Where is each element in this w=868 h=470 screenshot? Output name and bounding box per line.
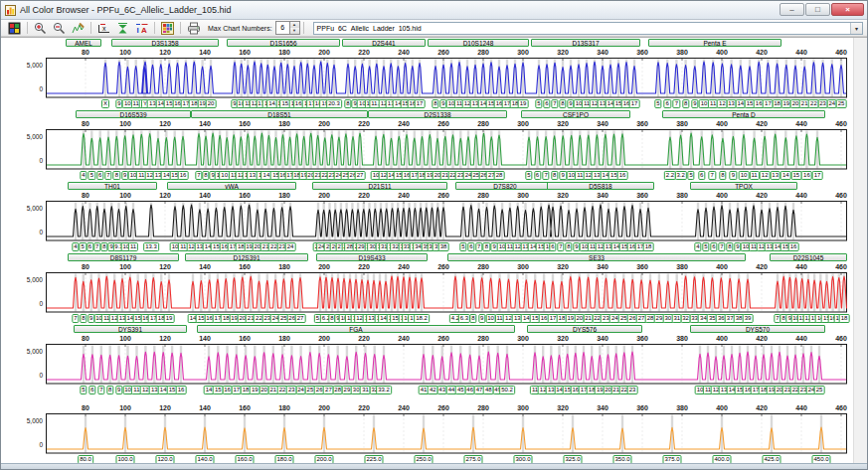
allele-label: 6 <box>87 242 93 251</box>
horizontal-scrollbar[interactable] <box>1 463 867 470</box>
combobox-dropdown-icon[interactable]: ▾ <box>850 23 862 34</box>
zoom-in-icon[interactable] <box>32 21 49 35</box>
axis-tick-label: 320 <box>557 49 569 56</box>
all-color-grid-icon[interactable] <box>6 21 23 35</box>
axis-tick-label: 180 <box>278 404 290 411</box>
allele-label: 375.0 <box>662 455 681 463</box>
axis-tick-label: 100 <box>119 335 131 342</box>
file-combobox[interactable]: PPFu_6C_Allelic_Ladder_105.hid ▾ <box>313 22 863 35</box>
allele-label: 7 <box>557 242 564 251</box>
axis-tick-label: 80 <box>82 192 89 199</box>
trace-blue[interactable] <box>1 58 862 98</box>
trace-orange[interactable] <box>1 413 862 454</box>
axis-tick-label: 300 <box>517 49 529 56</box>
allele-label: 11 <box>128 242 138 251</box>
axis-tick-label: 160 <box>239 263 251 270</box>
fit-vertical-icon[interactable] <box>114 21 131 35</box>
axis-tick-label: 80 <box>82 120 89 127</box>
axis-tick-label: 300 <box>517 263 529 270</box>
allele-label: 7 <box>718 242 725 251</box>
x-axis-tick-track: 8010012014016018020022024026028030032034… <box>1 119 862 129</box>
toolbar: x IA Max Chart Numbers: 6 ▲ ▼ PPFu_6C_Al… <box>1 20 867 37</box>
marker-header-D10S1248: D10S1248 <box>428 39 529 47</box>
axis-tick-label: 440 <box>795 263 807 270</box>
axis-tick-label: 240 <box>398 192 410 199</box>
minimize-button[interactable]: – <box>780 3 804 16</box>
y-axis-zero-label: 0 <box>3 85 43 92</box>
allele-label: 8 <box>682 99 689 108</box>
axis-tick-label: 80 <box>82 263 89 270</box>
allele-label: 6 <box>88 386 95 394</box>
app-icon <box>5 5 16 16</box>
axis-tick-label: 140 <box>199 263 211 270</box>
allele-label: 6 <box>543 99 550 108</box>
axis-tick-label: 140 <box>199 335 211 342</box>
allele-label: 50.2 <box>499 386 515 394</box>
allele-label: 5 <box>525 171 532 180</box>
allele-label: 140.0 <box>195 455 214 463</box>
marker-header-CSF1PO: CSF1PO <box>521 110 630 118</box>
axis-tick-label: 460 <box>835 120 847 127</box>
allele-label: 25 <box>814 386 825 394</box>
x-axis-scale-icon[interactable]: x <box>95 21 112 35</box>
axis-tick-label: 260 <box>437 49 449 56</box>
axis-tick-label: 440 <box>795 404 807 411</box>
axis-tick-label: 340 <box>597 404 608 411</box>
axis-tick-label: 160 <box>239 335 251 342</box>
allele-label: 8 <box>469 314 476 323</box>
chart-trace-edit-icon[interactable] <box>70 21 87 35</box>
axis-tick-label: 420 <box>756 404 768 411</box>
max-chart-numbers-spinner[interactable]: 6 ▲ ▼ <box>275 21 300 35</box>
allele-label: 7 <box>673 99 680 108</box>
axis-tick-label: 420 <box>756 192 768 199</box>
trace-magenta[interactable] <box>1 344 862 385</box>
axis-tick-label: 460 <box>835 192 847 199</box>
allele-call-labels-icon[interactable]: IA <box>133 21 150 35</box>
marker-header-D2S441: D2S441 <box>342 39 426 47</box>
trace-black[interactable] <box>1 201 862 241</box>
toolbar-separator <box>27 22 28 34</box>
allele-label: 9 <box>730 171 737 180</box>
axis-tick-label: 440 <box>795 49 807 56</box>
axis-tick-label: 460 <box>835 49 847 56</box>
marker-header-TPOX: TPOX <box>690 182 797 190</box>
channel-rows: AMELD3S1358D1S1656D2S441D10S1248D13S317P… <box>1 38 867 463</box>
marker-header-Penta-D: Penta D <box>662 110 825 118</box>
marker-header-TH01: TH01 <box>68 182 157 190</box>
allele-label: 28 <box>494 171 505 180</box>
axis-tick-label: 360 <box>636 263 648 270</box>
print-icon[interactable] <box>185 21 202 35</box>
y-axis-max-label: 5,000 <box>3 276 43 283</box>
max-chart-numbers-label: Max Chart Numbers: <box>208 25 272 32</box>
allele-label: 16 <box>178 171 189 180</box>
allele-label: 4 <box>80 171 87 180</box>
spinner-down-icon[interactable]: ▼ <box>290 28 299 34</box>
window-title: All Color Browser - PPFu_6C_Allelic_Ladd… <box>20 5 232 15</box>
y-axis-max-label: 5,000 <box>3 205 43 212</box>
maximize-button[interactable]: □ <box>805 3 830 16</box>
y-axis-zero-label: 0 <box>3 300 43 307</box>
y-axis-zero-label: 0 <box>3 229 43 235</box>
trace-green[interactable] <box>1 129 862 170</box>
color-settings-icon[interactable] <box>159 21 176 35</box>
allele-label: 400.0 <box>712 455 731 463</box>
close-button[interactable]: × <box>831 3 864 16</box>
allele-label: 38 <box>438 242 449 251</box>
axis-tick-label: 460 <box>835 404 847 411</box>
trace-red[interactable] <box>1 272 862 313</box>
allele-label: 7 <box>72 314 79 323</box>
channel-row-orange: 8010012014016018020022024026028030032034… <box>1 395 867 463</box>
axis-tick-label: 280 <box>477 120 489 127</box>
marker-header-Penta-E: Penta E <box>648 39 781 47</box>
all-color-browser-window: All Color Browser - PPFu_6C_Allelic_Ladd… <box>0 0 868 470</box>
allele-label: 8 <box>565 242 572 251</box>
axis-tick-label: 120 <box>159 192 171 199</box>
axis-tick-label: 280 <box>477 263 489 270</box>
allele-label: 4 <box>72 242 79 251</box>
toolbar-separator <box>154 22 155 34</box>
file-combobox-value: PPFu_6C_Allelic_Ladder_105.hid <box>314 25 850 32</box>
allele-label: X <box>101 99 109 108</box>
zoom-out-icon[interactable] <box>51 21 68 35</box>
axis-tick-label: 440 <box>795 192 807 199</box>
marker-header-DYS391: DYS391 <box>74 325 187 333</box>
